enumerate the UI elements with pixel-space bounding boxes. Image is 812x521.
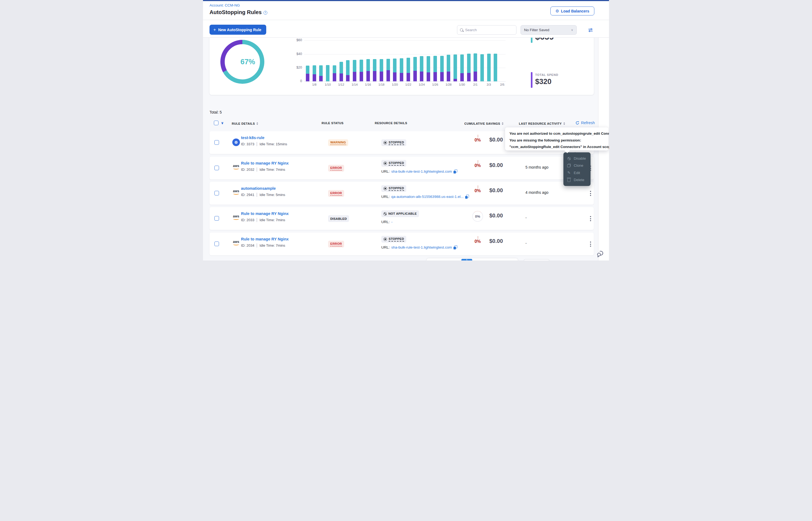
saved-filter-dropdown[interactable]: No Filter Saved ∨ [520, 25, 577, 35]
chart-bar [487, 54, 491, 81]
row-checkbox[interactable] [214, 242, 219, 246]
meta-divider [257, 142, 257, 146]
donut-percent-label: 67% [226, 40, 270, 84]
row-options-kebab-icon[interactable] [589, 190, 592, 197]
provider-icon-wrap: ☸ aws [232, 240, 240, 248]
column-last-resource-activity[interactable]: LAST RESOURCE ACTIVITY [519, 121, 565, 126]
chart-bar [460, 54, 464, 81]
gear-icon: ⚙ [556, 9, 559, 14]
chart-bar [447, 55, 450, 81]
rule-meta: ID: 2032 Idle Time: 7mins [241, 167, 285, 172]
resource-state-badge[interactable]: STOPPED [381, 160, 406, 167]
resource-state-badge[interactable]: NOT APPLICABLE [381, 210, 419, 217]
sort-icon[interactable] [502, 121, 504, 126]
select-all-checkbox[interactable] [214, 121, 218, 125]
rule-idle-time: Idle Time: 5mins [259, 193, 285, 197]
menu-item-edit[interactable]: ✎Edit [563, 169, 591, 176]
chart-bar [413, 57, 417, 81]
menu-item-delete[interactable]: Delete [563, 177, 591, 183]
chart-bar [306, 66, 309, 81]
pencil-icon: ✎ [567, 171, 571, 175]
meta-divider [257, 244, 257, 248]
meta-divider [257, 167, 257, 172]
resource-state-badge[interactable]: STOPPED [381, 236, 406, 243]
x-tick-label: 1/24 [416, 83, 428, 86]
filter-panel-icon[interactable] [588, 28, 593, 32]
rule-status-badge[interactable]: DISABLED [328, 215, 349, 222]
x-tick-label: 1/14 [349, 83, 361, 86]
x-tick-label: 1/12 [335, 83, 347, 86]
page-size-dropdown[interactable] [524, 259, 549, 260]
column-rule-details[interactable]: RULE DETAILS [232, 121, 258, 126]
savings-amount: $0.00 [489, 238, 503, 244]
row-context-menu: Disable Clone ✎Edit Delete [563, 152, 591, 186]
row-checkbox[interactable] [214, 140, 219, 145]
chart-bar [333, 65, 336, 81]
resource-url-link[interactable]: sha-bulk-rule-test-1.lightwingtest.com [391, 169, 452, 174]
savings-percent: 0% [470, 163, 485, 168]
rule-status-badge[interactable]: ERROR [328, 165, 344, 172]
x-tick-label: 1/8 [308, 83, 320, 86]
row-checkbox[interactable] [214, 166, 219, 170]
rule-name-link[interactable]: Rule to manage RY Nginx [241, 161, 289, 165]
chart-bar [360, 60, 363, 81]
rule-name-link[interactable]: Rule to manage RY Nginx [241, 237, 289, 241]
rule-meta: ID: 2033 Idle Time: 7mins [241, 218, 285, 222]
info-icon[interactable]: i [263, 11, 267, 15]
load-balancers-button[interactable]: ⚙ Load Balancers [550, 6, 594, 16]
column-cumulative-savings[interactable]: CUMULATIVE SAVINGS [464, 121, 504, 126]
y-tick-label: $60 [290, 38, 302, 42]
savings-percent-ring: 0% [472, 211, 483, 222]
chart-bar [480, 54, 484, 81]
x-tick-label: 2/5 [496, 83, 508, 86]
chat-bubbles-icon[interactable] [596, 249, 605, 258]
copy-icon[interactable] [453, 169, 457, 174]
chart-bar [326, 65, 329, 81]
search-input[interactable] [465, 28, 509, 32]
row-options-kebab-icon[interactable] [589, 241, 592, 248]
rule-name-link[interactable]: Rule to manage RY Nginx [241, 211, 289, 216]
menu-item-clone[interactable]: Clone [563, 162, 591, 169]
plus-icon: + [213, 27, 216, 32]
savings-percent: 0% [470, 239, 485, 244]
rule-status-badge[interactable]: ERROR [328, 241, 344, 248]
stopped-icon [383, 162, 387, 165]
resource-url-link[interactable]: - [391, 220, 393, 224]
resource-state-badge[interactable]: STOPPED [381, 185, 406, 192]
rule-name-link[interactable]: automationsample [241, 186, 276, 190]
permission-tooltip: You are not authorized to ccm_autostoppi… [505, 128, 608, 151]
aws-icon: aws [232, 215, 240, 220]
chart-bar [407, 58, 410, 81]
stopped-icon [383, 141, 387, 144]
select-menu-chevron-icon[interactable]: ∨ [221, 121, 224, 125]
copy-icon[interactable] [453, 245, 457, 249]
savings-amount: $0.00 [489, 137, 503, 143]
savings-percent-tick [478, 160, 478, 163]
not-applicable-icon [383, 212, 387, 216]
chart-bar [319, 65, 323, 81]
breadcrumb-account[interactable]: Account: CCM-NG [210, 3, 240, 7]
resource-state-badge[interactable]: STOPPED [381, 139, 406, 146]
rule-status-badge[interactable]: ERROR [328, 190, 344, 197]
chart-bar [380, 59, 383, 81]
resource-url-link[interactable]: qa-automation-alb-515563988.us-east-1.el… [391, 195, 464, 199]
new-autostopping-rule-button[interactable]: + New AutoStopping Rule [210, 25, 266, 35]
refresh-button[interactable]: Refresh [575, 121, 595, 125]
chart-bar [353, 60, 356, 81]
table-row: ☸ aws Rule to manage RY Nginx ID: 2033 I… [210, 207, 594, 230]
sort-icon[interactable] [563, 121, 565, 126]
kubernetes-icon: ☸ [232, 138, 240, 146]
copy-icon[interactable] [465, 195, 469, 199]
x-tick-label: 1/10 [322, 83, 334, 86]
total-count-label: Total: 5 [210, 110, 222, 114]
rule-id: ID: 3373 [241, 142, 254, 146]
row-options-kebab-icon[interactable] [589, 215, 592, 222]
sort-icon[interactable] [256, 121, 258, 126]
rule-name-link[interactable]: test-k8s-rule [241, 136, 264, 140]
pagination-current-page[interactable]: 1 [461, 259, 472, 260]
row-checkbox[interactable] [214, 191, 219, 196]
row-checkbox[interactable] [214, 216, 219, 221]
rule-status-badge[interactable]: WARNING [328, 139, 348, 146]
chevron-down-icon: ∨ [571, 28, 573, 32]
resource-url-link[interactable]: sha-bulk-rule-test-1.lightwingtest.com [391, 245, 452, 249]
